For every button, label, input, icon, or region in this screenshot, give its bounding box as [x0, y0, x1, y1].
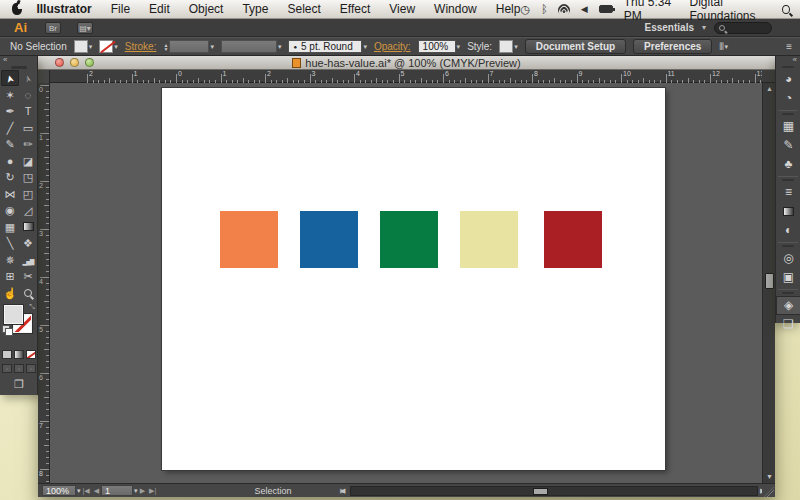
- vertical-ruler[interactable]: 012345678: [38, 83, 50, 483]
- control-panel-menu-icon[interactable]: ≡: [786, 41, 800, 52]
- arrange-documents-icon[interactable]: ▤▾: [77, 22, 93, 34]
- dark-red-square[interactable]: [544, 211, 602, 268]
- menu-item-select[interactable]: Select: [287, 2, 320, 16]
- color-mode-button[interactable]: [2, 350, 12, 359]
- menu-item-illustrator[interactable]: Illustrator: [36, 2, 91, 16]
- fill-proxy[interactable]: [4, 305, 23, 324]
- brush-option-dropdown-icon[interactable]: ▾: [363, 43, 367, 51]
- stroke-swatch-none[interactable]: [99, 40, 113, 53]
- menu-item-edit[interactable]: Edit: [149, 2, 170, 16]
- horizontal-scroll-thumb[interactable]: [533, 488, 548, 495]
- first-artboard-icon[interactable]: |◀: [83, 487, 90, 495]
- paintbrush-tool[interactable]: ✎: [1, 136, 19, 152]
- zoom-tool[interactable]: [19, 285, 37, 301]
- stroke-panel-link[interactable]: Stroke:: [125, 41, 157, 52]
- perspective-grid-tool[interactable]: ◿: [19, 202, 37, 218]
- status-indicator[interactable]: Selection: [198, 486, 348, 496]
- brush-definition-dropdown-icon[interactable]: ▾: [278, 43, 282, 51]
- orange-square[interactable]: [220, 211, 278, 268]
- gradient-tool[interactable]: [19, 219, 37, 235]
- gradient-panel-icon[interactable]: [776, 202, 800, 221]
- color-guide-panel-icon[interactable]: ◔: [776, 89, 800, 108]
- line-segment-tool[interactable]: ╱: [1, 120, 19, 136]
- fill-dropdown-icon[interactable]: ▾: [89, 43, 93, 51]
- draw-inside-button[interactable]: ▫: [26, 364, 36, 373]
- style-dropdown-icon[interactable]: ▾: [514, 43, 518, 51]
- scale-tool[interactable]: ◳: [19, 169, 37, 185]
- window-resize-grip[interactable]: [762, 485, 774, 497]
- lasso-tool[interactable]: ◌: [19, 87, 37, 103]
- type-tool[interactable]: T: [19, 103, 37, 119]
- dock-drag-grip[interactable]: [782, 113, 794, 115]
- pen-tool[interactable]: ✒: [1, 103, 19, 119]
- style-swatch[interactable]: [499, 40, 513, 53]
- pencil-tool[interactable]: ✏: [19, 136, 37, 152]
- dock-drag-grip[interactable]: [782, 292, 794, 294]
- menu-item-help[interactable]: Help: [496, 2, 521, 16]
- artboard-dropdown-icon[interactable]: ▾: [134, 487, 138, 495]
- align-icon[interactable]: ⫴: [719, 41, 723, 53]
- menu-bar-user[interactable]: Digital Foundations: [689, 0, 771, 23]
- dock-drag-grip[interactable]: [782, 179, 794, 181]
- pale-yellow-square[interactable]: [460, 211, 518, 268]
- scroll-down-icon[interactable]: ▼: [763, 471, 776, 483]
- canvas-area[interactable]: [50, 83, 762, 483]
- stroke-color-control[interactable]: ▾: [99, 40, 118, 53]
- gradient-mode-button[interactable]: [14, 350, 24, 359]
- style-control[interactable]: ▾: [499, 40, 518, 53]
- scroll-left-icon[interactable]: ◀: [340, 486, 345, 496]
- menu-item-window[interactable]: Window: [434, 2, 477, 16]
- opacity-panel-link[interactable]: Opacity:: [374, 41, 411, 52]
- layers-panel-icon[interactable]: ◈: [776, 296, 800, 315]
- dock-collapse-icon[interactable]: «: [776, 56, 800, 64]
- artboard-number-field[interactable]: 1: [101, 485, 133, 496]
- spotlight-icon[interactable]: [782, 5, 790, 14]
- draw-behind-button[interactable]: ▫: [14, 364, 24, 373]
- stroke-weight-field[interactable]: [169, 40, 209, 53]
- blob-brush-tool[interactable]: ●: [1, 153, 19, 169]
- vertical-scrollbar[interactable]: ▲ ▼: [762, 83, 775, 483]
- document-title-bar[interactable]: hue-has-value.ai* @ 100% (CMYK/Preview): [38, 56, 775, 70]
- stroke-panel-icon[interactable]: ≡: [776, 183, 800, 202]
- ruler-origin-corner[interactable]: [38, 70, 50, 83]
- rectangle-tool[interactable]: ▭: [19, 120, 37, 136]
- document-setup-button[interactable]: Document Setup: [525, 39, 626, 54]
- free-transform-tool[interactable]: ◰: [19, 186, 37, 202]
- bluetooth-icon[interactable]: ᛒ: [541, 4, 548, 15]
- eyedropper-tool[interactable]: ╲: [1, 235, 19, 251]
- app-search-input[interactable]: [714, 22, 772, 34]
- stroke-dropdown-icon[interactable]: ▾: [114, 43, 118, 51]
- symbols-panel-icon[interactable]: ♣: [776, 155, 800, 174]
- volume-icon[interactable]: ◀: [581, 5, 588, 14]
- none-mode-button[interactable]: [26, 350, 36, 359]
- last-artboard-icon[interactable]: ▶|: [149, 487, 156, 495]
- previous-artboard-icon[interactable]: ◀: [94, 487, 99, 495]
- green-square[interactable]: [380, 211, 438, 268]
- swatches-panel-icon[interactable]: ▦: [776, 117, 800, 136]
- apple-menu-icon[interactable]: [12, 3, 22, 15]
- zoom-dropdown-icon[interactable]: ▾: [77, 487, 81, 495]
- tools-drag-grip[interactable]: [11, 66, 27, 69]
- opacity-dropdown-icon[interactable]: ▾: [457, 43, 461, 51]
- direct-selection-tool[interactable]: ➢: [19, 70, 37, 86]
- tools-collapse-icon[interactable]: «: [0, 56, 37, 64]
- draw-normal-button[interactable]: ▫: [2, 364, 12, 373]
- slice-tool[interactable]: ✂: [19, 268, 37, 284]
- mesh-tool[interactable]: ▦: [1, 219, 19, 235]
- align-control[interactable]: ⫴▾: [719, 41, 728, 53]
- artboard-tool[interactable]: ⊞: [1, 268, 19, 284]
- artboards-panel-icon[interactable]: ❏: [776, 315, 800, 334]
- go-to-bridge-icon[interactable]: Br: [45, 22, 61, 34]
- preferences-button[interactable]: Preferences: [633, 39, 712, 54]
- shape-builder-tool[interactable]: ◉: [1, 202, 19, 218]
- appearance-panel-icon[interactable]: ◎: [776, 249, 800, 268]
- color-panel-icon[interactable]: ◕: [776, 70, 800, 89]
- wifi-icon[interactable]: [559, 4, 570, 14]
- magic-wand-tool[interactable]: ✶: [1, 87, 19, 103]
- menu-item-view[interactable]: View: [389, 2, 415, 16]
- dock-drag-grip[interactable]: [782, 66, 794, 68]
- brush-definition-control[interactable]: ▾: [221, 40, 282, 53]
- menu-item-effect[interactable]: Effect: [340, 2, 370, 16]
- graphic-styles-panel-icon[interactable]: ▣: [776, 268, 800, 287]
- screen-mode-button[interactable]: ❐: [10, 378, 28, 391]
